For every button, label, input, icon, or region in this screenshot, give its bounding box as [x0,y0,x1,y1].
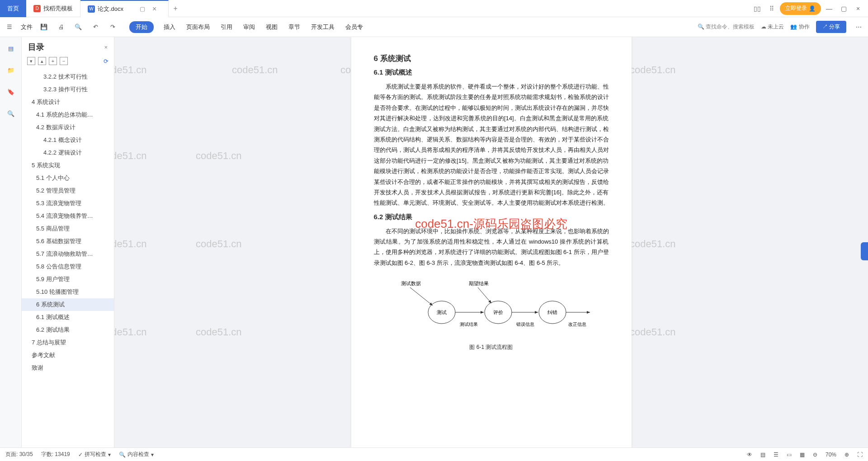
outline-item[interactable]: 5.1 个人中心 [22,172,114,184]
outline-item[interactable]: 5.3 流浪宠物管理 [22,197,114,210]
share-button[interactable]: ↗ 分享 [816,21,846,33]
page-view-icon[interactable]: ▤ [760,452,765,458]
print-icon[interactable]: 🖨 [55,21,67,33]
close-window-icon[interactable]: × [852,2,864,15]
outline-item[interactable]: 5.5 商品管理 [22,222,114,235]
page-indicator[interactable]: 页面: 30/35 [5,451,33,458]
outline-title: 目录 [28,42,99,52]
undo-icon[interactable]: ↶ [90,21,101,33]
maximize-icon[interactable]: ▢ [837,2,850,15]
outline-item[interactable]: 6.2 测试结果 [22,324,114,336]
panel-close-icon[interactable]: × [104,44,108,51]
statusbar: 页面: 30/35 字数: 13419 ✓ 拼写检查 ▾ 🔍 内容检查 ▾ 👁 … [0,447,868,461]
collab-button[interactable]: 👥 协作 [790,23,809,31]
svg-text:测试数据: 测试数据 [401,281,421,286]
add-tab-button[interactable]: + [169,5,182,13]
svg-text:错误信息: 错误信息 [516,322,534,327]
outline-item[interactable]: 5.9 用户管理 [22,273,114,286]
preview-icon[interactable]: 🔍 [72,21,84,33]
figure-caption: 图 6-1 测试流程图 [387,343,595,351]
outline-view-icon[interactable]: ☰ [774,452,778,458]
word-count[interactable]: 字数: 13419 [41,451,70,458]
ribbon-tab[interactable]: 章节 [288,21,301,33]
layout-icon[interactable]: ▯▯ [751,2,764,15]
outline-panel: 目录 × ▾ ▴ + − ⟳ 3.2.2 技术可行性3.2.3 操作可行性4 系… [22,37,114,447]
outline-item[interactable]: 6.1 测试概述 [22,311,114,324]
folder-icon[interactable]: 📁 [5,64,17,76]
paragraph: 系统测试主要是将系统的软件、硬件看成一个整体，对设计好的整个系统进行功能、性能等… [374,81,609,208]
svg-text:改正信息: 改正信息 [568,322,586,327]
spell-check[interactable]: ✓ 拼写检查 ▾ [78,451,111,458]
read-view-icon[interactable]: ▭ [787,452,792,458]
ribbon-tab[interactable]: 插入 [163,21,176,33]
outline-item[interactable]: 5.7 流浪动物救助管… [22,248,114,260]
ribbon-tab[interactable]: 会员专 [344,21,364,33]
zoom-level[interactable]: 70% [826,452,836,458]
watermark-text: code51.cn-源码乐园盗图必究 [415,216,567,232]
bookmark-icon[interactable]: 🔖 [5,86,17,98]
docker-icon: D [33,5,41,12]
outline-item[interactable]: 4 系统设计 [22,96,114,108]
outline-item[interactable]: 参考文献 [22,349,114,362]
ribbon-tab[interactable]: 开发工具 [310,21,335,33]
outline-item[interactable]: 5.8 公告信息管理 [22,260,114,273]
tab-document[interactable]: W 论文.docx ▢ × [80,0,169,17]
remove-icon[interactable]: − [60,57,68,65]
tab-label: 论文.docx [98,5,123,13]
cloud-status[interactable]: ☁ 未上云 [761,23,784,31]
outline-item[interactable]: 7 总结与展望 [22,336,114,349]
outline-item[interactable]: 5.10 轮播图管理 [22,286,114,298]
outline-item[interactable]: 5.2 管理员管理 [22,184,114,197]
ribbon-tab[interactable]: 页面布局 [185,21,211,33]
fit-icon[interactable]: ⛶ [857,452,863,458]
outline-item[interactable]: 5.4 流浪宠物领养管… [22,210,114,222]
outline-item[interactable]: 6 系统测试 [22,298,114,311]
paragraph: 在不同的测试环境中，比如操作系统、浏览器等，从某种程度上来说，也影响着系统的测试… [374,226,609,268]
login-button[interactable]: 立即登录 👤 [780,2,821,15]
view-icon[interactable]: 👁 [747,452,752,458]
document-area[interactable]: code51.cn code51.cn code51.cn code51.cn … [114,37,868,447]
outline-item[interactable]: 4.2.2 逻辑设计 [22,146,114,159]
ribbon-tab[interactable]: 引用 [220,21,233,33]
zoom-in[interactable]: ⊕ [844,452,849,458]
outline-item[interactable]: 致谢 [22,362,114,374]
outline-item[interactable]: 4.2.1 概念设计 [22,134,114,146]
outline-item[interactable]: 3.2.2 技术可行性 [22,71,114,83]
sync-icon[interactable]: ⟳ [104,58,108,65]
outline-icon[interactable]: ▤ [5,42,17,54]
zoom-out[interactable]: ⊖ [813,452,817,458]
titlebar: 首页 D 找稻壳模板 W 论文.docx ▢ × + ▯▯ ⠿ 立即登录 👤 —… [0,0,868,17]
ribbon-tab[interactable]: 审阅 [242,21,256,33]
menu-icon[interactable]: ☰ [4,21,15,33]
ribbon-tab[interactable]: 视图 [265,21,278,33]
outline-item[interactable]: 5 系统实现 [22,159,114,172]
outline-item[interactable]: 5.6 基础数据管理 [22,235,114,248]
svg-text:测试结果: 测试结果 [460,322,478,327]
file-menu[interactable]: 文件 [21,23,33,31]
tab-template[interactable]: D 找稻壳模板 [26,0,80,17]
document-page: 6 系统测试 6.1 测试概述 系统测试主要是将系统的软件、硬件看成一个整体，对… [351,37,632,447]
web-view-icon[interactable]: ▦ [800,452,805,458]
outline-item[interactable]: 4.2 数据库设计 [22,121,114,134]
expand-all-icon[interactable]: ▴ [38,57,46,65]
svg-text:测试: 测试 [437,310,447,315]
minimize-icon[interactable]: — [823,2,835,15]
close-icon[interactable]: × [148,5,161,13]
search-input[interactable]: 🔍 查找命令、搜索模板 [698,23,755,31]
svg-text:期望结果: 期望结果 [469,281,489,286]
save-icon[interactable]: 💾 [38,21,50,33]
collapse-all-icon[interactable]: ▾ [27,57,35,65]
redo-icon[interactable]: ↷ [107,21,118,33]
svg-line-2 [410,287,433,306]
outline-item[interactable]: 3.2.3 操作可行性 [22,83,114,96]
add-icon[interactable]: + [49,57,57,65]
search-side-icon[interactable]: 🔍 [5,108,17,119]
more-icon[interactable]: ⋯ [853,21,864,33]
tab-home[interactable]: 首页 [0,0,26,17]
window-mode-icon[interactable]: ▢ [140,5,145,12]
apps-icon[interactable]: ⠿ [765,2,778,15]
outline-item[interactable]: 4.1 系统的总体功能… [22,108,114,121]
ribbon-tab[interactable]: 开始 [129,21,154,33]
content-check[interactable]: 🔍 内容检查 ▾ [119,451,154,458]
right-drawer-handle[interactable] [861,242,868,260]
